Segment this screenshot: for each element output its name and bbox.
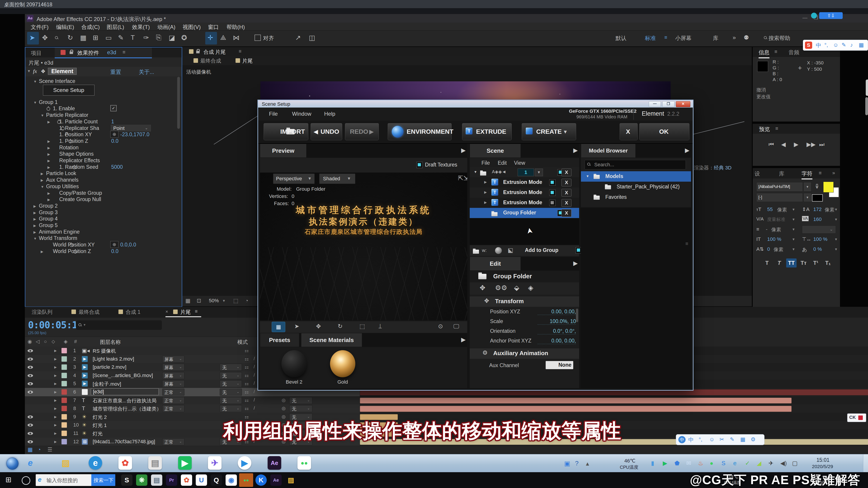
- aux-section-header[interactable]: ⚙ Auxiliary Animation: [470, 348, 579, 359]
- workspace-tab-3[interactable]: 库: [713, 35, 718, 42]
- trkmat-select[interactable]: 无⌄: [220, 397, 242, 404]
- twirl-right-icon[interactable]: ▶: [48, 165, 50, 169]
- all-caps-button[interactable]: TT: [786, 258, 797, 267]
- comp-tab-1[interactable]: 片尾: [242, 57, 253, 64]
- scene-materials-tab[interactable]: Scene Materials: [301, 333, 362, 347]
- ec-row-shape-options[interactable]: Shape Options: [59, 151, 94, 157]
- tsume-value[interactable]: 0 %: [813, 246, 822, 252]
- play-icon[interactable]: ▶: [794, 141, 798, 148]
- twirl-right-icon[interactable]: ▶: [41, 250, 43, 254]
- timeline-tab-0[interactable]: 渲染队列: [32, 308, 53, 316]
- layer-label-chip[interactable]: [61, 381, 67, 386]
- visibility-checkbox[interactable]: [549, 190, 556, 196]
- sogou-icon[interactable]: S: [121, 475, 132, 486]
- layer-label-chip[interactable]: [61, 414, 67, 420]
- horizontal-scale-value[interactable]: 100 %: [813, 236, 827, 242]
- maximize-button[interactable]: ❐: [662, 101, 675, 107]
- menu-窗口[interactable]: 窗口: [208, 24, 219, 31]
- layer-name[interactable]: [94cad1...70cf3ac75748.jpg]: [93, 439, 155, 445]
- ec-row-particle-replicator[interactable]: Particle Replicator: [46, 112, 88, 118]
- chevron-down-icon[interactable]: ▾: [793, 207, 795, 212]
- ime-icon-0[interactable]: 中: [688, 436, 694, 444]
- twirl-down-icon[interactable]: ▼: [41, 113, 44, 117]
- panel-arrow-icon[interactable]: ▶: [461, 147, 466, 154]
- animation-gears-icon[interactable]: ⚙⚙: [495, 284, 507, 292]
- trkmat-select[interactable]: 无⌄: [220, 380, 242, 387]
- redo-button[interactable]: REDO ▶: [345, 123, 379, 140]
- tab-info[interactable]: 信息: [758, 49, 770, 58]
- chrome-icon[interactable]: ◉: [225, 475, 237, 486]
- layer-label-chip[interactable]: [61, 348, 67, 353]
- folder-icon[interactable]: ▨: [59, 456, 72, 470]
- ime-icon-5[interactable]: ▦: [740, 436, 745, 443]
- scrollbar[interactable]: [576, 308, 578, 322]
- expand-tray-icon[interactable]: ▴: [586, 460, 589, 467]
- tab-library[interactable]: 库: [779, 170, 784, 177]
- quality-switch-icon[interactable]: ⚏: [245, 381, 249, 386]
- preview-tab[interactable]: Preview: [260, 144, 307, 158]
- ec-row-1-position-xy[interactable]: 1. Position XY: [59, 131, 92, 138]
- iqiyi-tray-icon[interactable]: ▶: [663, 460, 667, 467]
- position-target-icon[interactable]: ⊕: [110, 241, 119, 248]
- cortana-icon[interactable]: [22, 476, 30, 485]
- eye-icon[interactable]: [28, 382, 33, 385]
- blend-mode-select[interactable]: 屏幕⌄: [162, 380, 184, 387]
- ime-icon-4[interactable]: ♪: [850, 42, 853, 48]
- edge-tray-icon[interactable]: e: [733, 460, 737, 467]
- create-button[interactable]: CREATE ▼: [522, 123, 577, 140]
- position-target-icon[interactable]: ⊕: [110, 131, 119, 138]
- scene-row-group-folder[interactable]: Group FolderX: [470, 208, 579, 218]
- ime-toolbar[interactable]: S中°,☺✎♪▦: [803, 40, 868, 51]
- delete-button[interactable]: X: [561, 189, 571, 197]
- layer-name[interactable]: [particle 2.mov]: [93, 364, 126, 370]
- leading-value[interactable]: 172: [813, 206, 822, 213]
- lock-icon[interactable]: [70, 52, 73, 54]
- panel-menu-icon[interactable]: ≡: [123, 49, 125, 55]
- panel-arrow-icon[interactable]: ▶: [573, 260, 578, 267]
- twirl-right-icon[interactable]: ▶: [33, 224, 36, 228]
- dialog-titlebar[interactable]: Scene Setup — ❐ ✕: [258, 100, 693, 107]
- font-style-select[interactable]: [-]: [756, 193, 803, 202]
- undo-button[interactable]: ◀ UNDO: [310, 123, 342, 140]
- clock-time[interactable]: 15:01: [816, 457, 830, 463]
- menu-合成C[interactable]: 合成(C): [81, 24, 100, 31]
- superscript-button[interactable]: T¹: [811, 258, 821, 267]
- ime-icon-2[interactable]: ☺: [709, 436, 715, 443]
- sunflower-icon[interactable]: ✿: [181, 475, 192, 486]
- ime-icon-6[interactable]: ⚙: [751, 436, 756, 443]
- layer-label-chip[interactable]: [61, 389, 67, 395]
- scene-menu-edit[interactable]: Edit: [498, 160, 507, 166]
- ec-row-group-utilities[interactable]: Group Utilities: [46, 184, 79, 190]
- vertical-scale-value[interactable]: 100 %: [767, 236, 781, 242]
- trkmat-select[interactable]: 无⌄: [220, 372, 242, 379]
- twirl-right-icon[interactable]: ▶: [33, 230, 36, 234]
- green-app-icon[interactable]: ❋: [136, 475, 147, 486]
- close-button[interactable]: ✕: [676, 101, 690, 107]
- package-icon[interactable]: ▤: [148, 456, 162, 470]
- chevron-down-icon[interactable]: ⌄: [830, 227, 833, 232]
- qq-icon[interactable]: Q: [211, 475, 222, 486]
- view-select[interactable]: Perspective ▼: [273, 173, 315, 184]
- trkmat-select[interactable]: 无⌄: [220, 364, 242, 371]
- menu-file[interactable]: File: [269, 111, 278, 117]
- twirl-right-icon[interactable]: ▶: [54, 374, 57, 377]
- eye-icon[interactable]: [28, 424, 33, 427]
- parent-pickwhip-icon[interactable]: ◎: [282, 405, 285, 411]
- fire-tray-icon[interactable]: ♨: [698, 460, 703, 467]
- draft-textures-checkbox[interactable]: [416, 162, 423, 168]
- remote-titlebar[interactable]: 桌面控制 209714618: [0, 0, 868, 8]
- environment-button[interactable]: ENVIRONMENT: [388, 123, 452, 140]
- antivirus-tray-icon[interactable]: ✓: [745, 460, 750, 467]
- menu-效果T[interactable]: 效果(T): [132, 24, 150, 31]
- start-button-win10[interactable]: ⊞: [5, 475, 11, 484]
- faux-bold-button[interactable]: T: [762, 258, 772, 267]
- motion-blur-icon[interactable]: ◔: [37, 447, 41, 453]
- kerning-value[interactable]: 度量标准: [767, 217, 785, 223]
- chevron-down-icon[interactable]: ▾: [223, 298, 225, 303]
- layer-name[interactable]: 灯光: [93, 430, 103, 437]
- orbit-mode-icon[interactable]: ↻: [338, 323, 343, 330]
- scrollbar[interactable]: [177, 77, 180, 129]
- ec-row-1-position-z[interactable]: 1. Position Z: [59, 138, 88, 144]
- layer-label-chip[interactable]: [61, 364, 67, 370]
- browser-row-favorites[interactable]: Favorites: [581, 192, 691, 202]
